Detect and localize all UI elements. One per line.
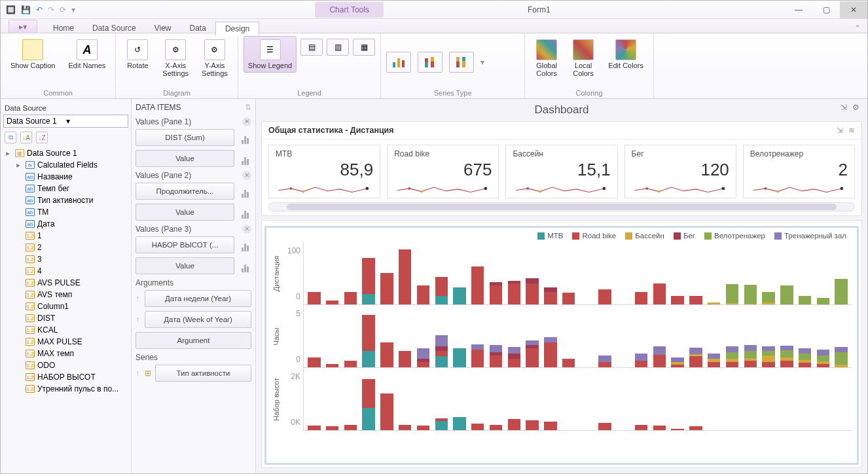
bar-segment[interactable]: [653, 355, 666, 367]
bar-segment[interactable]: [835, 365, 847, 367]
undo-icon[interactable]: ↶: [36, 5, 43, 14]
tab-data-source[interactable]: Data Source: [83, 22, 145, 35]
bar-segment[interactable]: [635, 361, 647, 367]
bar-segment[interactable]: [435, 346, 448, 351]
bar-segment[interactable]: [708, 362, 720, 367]
bar-segment[interactable]: [380, 342, 393, 367]
tree-field[interactable]: 1.2НАБОР ВЫСОТ: [16, 371, 128, 383]
bar-segment[interactable]: [799, 354, 811, 360]
y-axis-settings-button[interactable]: ⚙Y-Axis Settings: [197, 36, 232, 81]
tree-field[interactable]: 1.22: [16, 242, 128, 253]
plot-area[interactable]: [303, 368, 852, 431]
bar-segment[interactable]: [689, 356, 702, 367]
stat-card[interactable]: MTB85,9: [268, 145, 380, 198]
series-type-stacked[interactable]: [418, 52, 443, 73]
maximize-button[interactable]: ▢: [812, 1, 840, 18]
value-placeholder[interactable]: Value: [136, 150, 234, 167]
bar-segment[interactable]: [762, 362, 774, 367]
export-icon[interactable]: ⇲: [841, 103, 847, 112]
bar-segment[interactable]: [326, 301, 338, 305]
tree-field[interactable]: 1.2AVS PULSE: [16, 277, 128, 289]
tree-field[interactable]: abТМ: [16, 206, 128, 218]
argument-item[interactable]: Дата (Week of Year): [145, 311, 251, 328]
bar-segment[interactable]: [399, 249, 411, 304]
bar-segment[interactable]: [526, 420, 538, 430]
bar-segment[interactable]: [598, 289, 611, 304]
bar-segment[interactable]: [780, 361, 793, 367]
show-legend-button[interactable]: ☰Show Legend: [244, 36, 297, 73]
bar-segment[interactable]: [762, 346, 774, 351]
bar-segment[interactable]: [435, 335, 448, 346]
remove-pane-icon[interactable]: ✕: [242, 225, 251, 234]
bar-segment[interactable]: [362, 351, 374, 367]
bar-segment[interactable]: [726, 303, 738, 304]
tree-field[interactable]: 1.2Утренний пульс в по...: [16, 383, 128, 395]
bar-segment[interactable]: [308, 292, 320, 304]
data-source-combo[interactable]: Data Source 1▾: [3, 115, 128, 128]
bar-segment[interactable]: [799, 348, 811, 354]
bar-segment[interactable]: [653, 426, 666, 430]
bar-segment[interactable]: [399, 425, 411, 430]
sort-arrow-icon[interactable]: ↑: [136, 315, 139, 324]
plot-area[interactable]: [303, 242, 852, 305]
edit-colors-button[interactable]: Edit Colors: [604, 36, 648, 73]
bar-segment[interactable]: [635, 354, 647, 361]
bar-segment[interactable]: [835, 352, 847, 365]
bar-segment[interactable]: [526, 283, 538, 304]
sort-desc-icon[interactable]: ↓Z: [36, 132, 48, 143]
bar-segment[interactable]: [471, 424, 484, 430]
series-type-more[interactable]: ▾: [480, 58, 484, 67]
bar-segment[interactable]: [544, 422, 556, 430]
bar-segment[interactable]: [653, 346, 666, 355]
bars-icon[interactable]: [238, 185, 251, 198]
bar-segment[interactable]: [726, 284, 738, 303]
bar-segment[interactable]: [762, 351, 774, 356]
bar-segment[interactable]: [362, 315, 374, 351]
bar-segment[interactable]: [780, 350, 793, 357]
tab-view[interactable]: View: [145, 22, 181, 35]
argument-placeholder[interactable]: Argument: [136, 332, 251, 349]
bar-segment[interactable]: [671, 429, 683, 430]
bar-segment[interactable]: [817, 298, 829, 304]
sort-arrow-icon[interactable]: ↑: [136, 369, 139, 378]
tree-field[interactable]: 1.2Column1: [16, 301, 128, 312]
bar-segment[interactable]: [380, 273, 393, 305]
cards-scrollbar[interactable]: [268, 202, 855, 211]
bar-segment[interactable]: [508, 354, 520, 359]
remove-pane-icon[interactable]: ✕: [242, 171, 251, 180]
qat-dropdown-icon[interactable]: ▾: [71, 5, 75, 14]
bar-segment[interactable]: [362, 258, 374, 294]
bar-segment[interactable]: [726, 362, 738, 367]
bar-segment[interactable]: [671, 296, 683, 304]
legend-pos-2[interactable]: ▥: [327, 39, 349, 56]
bar-segment[interactable]: [490, 345, 502, 352]
settings-icon[interactable]: ⚙: [852, 103, 859, 112]
bar-segment[interactable]: [490, 425, 502, 430]
bar-segment[interactable]: [326, 364, 338, 367]
tree-field[interactable]: abДата: [16, 218, 128, 230]
remove-pane-icon[interactable]: ✕: [242, 117, 251, 126]
series-type-full[interactable]: [449, 52, 474, 73]
bar-segment[interactable]: [689, 426, 702, 430]
stat-card[interactable]: Бассейн15,1: [505, 145, 617, 198]
bars-icon[interactable]: [238, 238, 251, 251]
bar-segment[interactable]: [508, 283, 520, 304]
bar-segment[interactable]: [726, 346, 738, 352]
transpose-icon[interactable]: ⇅: [245, 103, 251, 112]
local-colors-button[interactable]: Local Colors: [567, 36, 600, 81]
rotate-button[interactable]: ↺Rotate: [121, 36, 154, 73]
bar-segment[interactable]: [799, 296, 811, 304]
bar-segment[interactable]: [544, 337, 556, 342]
bar-segment[interactable]: [726, 352, 738, 359]
tree-field[interactable]: 1.23: [16, 253, 128, 265]
bar-segment[interactable]: [417, 348, 429, 359]
bar-segment[interactable]: [744, 351, 757, 358]
bar-segment[interactable]: [635, 425, 647, 430]
global-colors-button[interactable]: Global Colors: [530, 36, 563, 81]
bar-segment[interactable]: [417, 285, 429, 304]
bar-segment[interactable]: [744, 345, 757, 350]
bar-segment[interactable]: [744, 304, 757, 304]
edit-names-button[interactable]: AEdit Names: [64, 36, 111, 73]
stat-card[interactable]: Велотренажер2: [743, 145, 855, 198]
multi-icon[interactable]: ≋: [848, 126, 855, 135]
